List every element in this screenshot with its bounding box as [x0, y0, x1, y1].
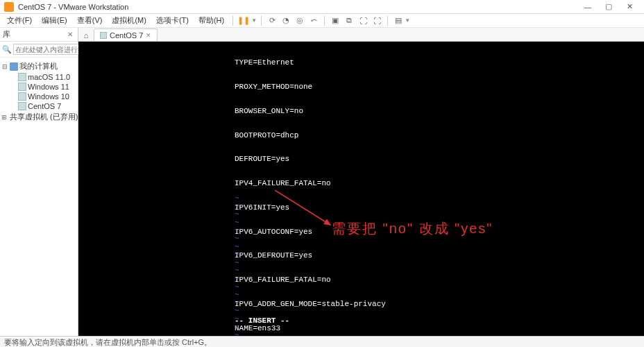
- fullscreen-button[interactable]: ⛶: [371, 15, 383, 26]
- tree-item[interactable]: Windows 10: [10, 92, 76, 101]
- sidebar-close-button[interactable]: ✕: [65, 31, 75, 38]
- minimize-button[interactable]: —: [577, 3, 598, 11]
- send-ctrlaltdel-button[interactable]: ⟳: [266, 15, 278, 26]
- sidebar-header: 库: [3, 29, 65, 40]
- terminal-line: IPV4_FAILURE_FATAL=no: [235, 180, 644, 188]
- maximize-button[interactable]: ▢: [598, 2, 619, 11]
- menu-vm[interactable]: 虚拟机(M): [108, 14, 151, 27]
- menu-edit[interactable]: 编辑(E): [37, 14, 71, 27]
- sidebar: 库 ✕ 🔍 ▼ ⊟我的计算机 macOS 11.0 Windows 11 Win…: [0, 28, 78, 336]
- terminal-line: NAME=ens33: [235, 325, 644, 333]
- unity-button[interactable]: ▣: [329, 15, 341, 26]
- terminal-line: IPV6_ADDR_GEN_MODE=stable-privacy: [235, 301, 644, 309]
- menubar: 文件(F) 编辑(E) 查看(V) 虚拟机(M) 选项卡(T) 帮助(H) ❚❚…: [0, 14, 644, 28]
- tree-item[interactable]: Windows 11: [10, 82, 76, 92]
- removable-devices-button[interactable]: ▤: [392, 15, 405, 26]
- pause-button[interactable]: ❚❚: [237, 15, 250, 26]
- home-tab[interactable]: ⌂: [80, 30, 92, 41]
- fit-guest-button[interactable]: ⧉: [343, 15, 355, 26]
- tree-shared[interactable]: ⊞共享虚拟机 (已弃用): [1, 111, 76, 123]
- vm-icon: [18, 83, 26, 91]
- annotation-text: 需要把 "no" 改成 "yes": [332, 219, 493, 238]
- menu-help[interactable]: 帮助(H): [194, 14, 228, 27]
- snapshot-manager-button[interactable]: ◎: [294, 15, 306, 26]
- vm-icon: [18, 73, 26, 81]
- fit-window-button[interactable]: ⛶: [357, 15, 369, 26]
- terminal-line: DEFROUTE=yes: [235, 155, 644, 164]
- terminal-line: IPV6INIT=yes: [235, 204, 644, 212]
- vm-tree: ⊟我的计算机 macOS 11.0 Windows 11 Windows 10 …: [0, 58, 78, 126]
- tab-strip: ⌂ CentOS 7 ✕: [78, 28, 644, 42]
- terminal-line: IPV6_FAILURE_FATAL=no: [235, 276, 644, 285]
- vm-tab[interactable]: CentOS 7 ✕: [94, 28, 158, 41]
- menu-view[interactable]: 查看(V): [73, 14, 107, 27]
- separator: [324, 16, 325, 26]
- vm-icon: [18, 102, 26, 110]
- titlebar: CentOS 7 - VMware Workstation — ▢ ✕: [0, 0, 644, 14]
- tree-item[interactable]: macOS 11.0: [10, 72, 76, 82]
- terminal-line: PROXY_METHOD=none: [235, 83, 644, 92]
- menu-file[interactable]: 文件(F): [3, 14, 36, 27]
- tab-close-button[interactable]: ✕: [146, 32, 151, 39]
- window-title: CentOS 7 - VMware Workstation: [18, 3, 577, 11]
- terminal-line: IPV6_DEFROUTE=yes: [235, 252, 644, 260]
- separator: [261, 16, 262, 26]
- computer-icon: [10, 62, 18, 71]
- menu-tabs[interactable]: 选项卡(T): [152, 14, 193, 27]
- tab-label: CentOS 7: [110, 31, 143, 40]
- vm-icon: [100, 32, 107, 39]
- statusbar: 要将输入定向到该虚拟机，请在虚拟机内部单击或按 Ctrl+G。: [0, 336, 644, 347]
- snapshot-button[interactable]: ◔: [280, 15, 292, 26]
- terminal[interactable]: TYPE=Ethernet PROXY_METHOD=none BROWSER_…: [78, 42, 644, 336]
- revert-button[interactable]: ⤺: [307, 15, 320, 26]
- tree-item[interactable]: CentOS 7: [10, 101, 76, 111]
- terminal-line: BROWSER_ONLY=no: [235, 108, 644, 116]
- terminal-line: TYPE=Ethernet: [235, 59, 644, 67]
- separator: [387, 16, 388, 26]
- terminal-line: BOOTPROTO=dhcp: [235, 132, 644, 140]
- separator: [232, 16, 233, 26]
- search-icon[interactable]: 🔍: [2, 44, 12, 55]
- close-button[interactable]: ✕: [619, 2, 640, 11]
- tree-root[interactable]: ⊟我的计算机: [1, 60, 76, 72]
- vm-icon: [18, 92, 26, 101]
- vim-mode-line: -- INSERT --: [235, 316, 289, 325]
- vmware-icon: [4, 2, 14, 12]
- tilde-column: ~~~~~~~~~~~~~~~~~~~~: [235, 194, 239, 336]
